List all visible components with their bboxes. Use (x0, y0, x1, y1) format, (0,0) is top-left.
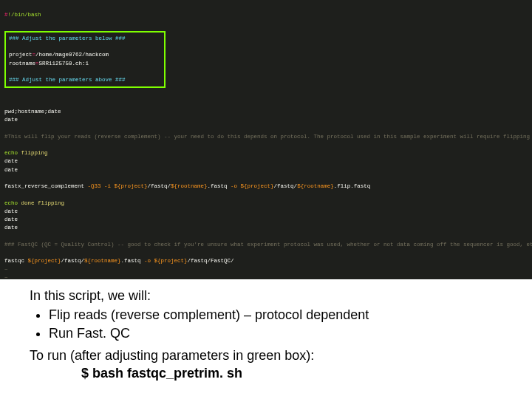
date-cmd: date (4, 225, 18, 231)
project-var: project (9, 52, 33, 58)
echo-cmd: echo (4, 200, 18, 206)
vim-tilde: ~ (4, 267, 8, 273)
caption-bullet: Flip reads (reverse complement) – protoc… (49, 306, 502, 324)
caption-cmd: $ bash fastqc_pretrim. sh (81, 364, 502, 382)
shebang-line: #!/bin/bash (4, 12, 41, 18)
date-cmd: date (4, 208, 18, 214)
slide-caption: In this script, we will: Flip reads (rev… (0, 279, 532, 382)
caption-bullet: Run Fast. QC (49, 324, 502, 342)
parameter-box: ### Adjust the parameters below ### proj… (4, 31, 166, 89)
date-cmd: date (4, 158, 18, 164)
echo-cmd: echo (4, 150, 18, 156)
date-cmd: date (4, 117, 18, 123)
terminal-window: #!/bin/bash ### Adjust the parameters be… (0, 0, 532, 279)
qc-comment: ### FastQC (QC = Quality Control) -- goo… (4, 242, 532, 248)
caption-run: To run (after adjusting parameters in gr… (30, 347, 502, 364)
fastx-line: fastx_reverse_complement -Q33 -i ${proje… (4, 183, 370, 189)
box-top-comment: ### Adjust the parameters below ### (9, 35, 126, 41)
box-bottom-comment: ### Adjust the parameters above ### (9, 77, 126, 83)
date-cmd: date (4, 216, 18, 222)
flip-comment: #This will flip your reads (reverse comp… (4, 134, 530, 140)
fastqc-line: fastqc ${project}/fastq/${rootname}.fast… (4, 258, 234, 264)
caption-bullets: Flip reads (reverse complement) – protoc… (30, 306, 502, 342)
caption-intro: In this script, we will: (30, 287, 502, 304)
pwd-line: pwd;hostname;date (4, 109, 61, 115)
vim-tilde: ~ (4, 275, 8, 279)
rootname-var: rootname (9, 61, 35, 66)
date-cmd: date (4, 167, 18, 173)
